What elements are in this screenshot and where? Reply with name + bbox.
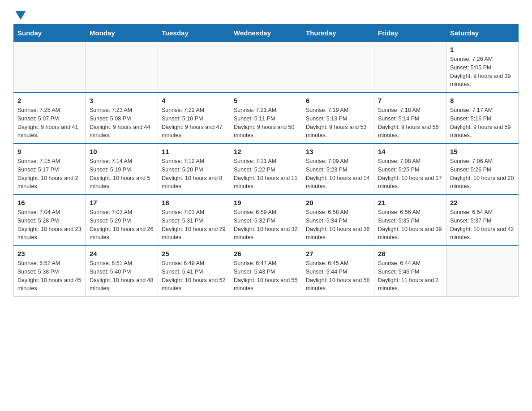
header-day-saturday: Saturday	[446, 25, 519, 42]
calendar-table: SundayMondayTuesdayWednesdayThursdayFrid…	[13, 24, 519, 297]
calendar-cell: 3Sunrise: 7:23 AMSunset: 5:08 PMDaylight…	[86, 93, 158, 144]
day-info: Sunrise: 7:04 AMSunset: 5:28 PMDaylight:…	[17, 208, 82, 242]
calendar-cell: 2Sunrise: 7:25 AMSunset: 5:07 PMDaylight…	[14, 93, 86, 144]
day-number: 24	[90, 250, 154, 257]
day-number: 13	[306, 148, 370, 155]
header-day-sunday: Sunday	[14, 25, 86, 42]
day-number: 28	[378, 250, 442, 257]
day-info: Sunrise: 7:21 AMSunset: 5:11 PMDaylight:…	[234, 106, 298, 140]
day-info: Sunrise: 6:51 AMSunset: 5:40 PMDaylight:…	[90, 259, 154, 293]
day-info: Sunrise: 6:47 AMSunset: 5:43 PMDaylight:…	[234, 259, 298, 293]
day-info: Sunrise: 7:15 AMSunset: 5:17 PMDaylight:…	[17, 157, 82, 191]
calendar-cell: 12Sunrise: 7:11 AMSunset: 5:22 PMDayligh…	[230, 144, 302, 195]
day-info: Sunrise: 7:18 AMSunset: 5:14 PMDaylight:…	[378, 106, 442, 140]
calendar-cell: 15Sunrise: 7:06 AMSunset: 5:26 PMDayligh…	[446, 144, 519, 195]
calendar-cell: 28Sunrise: 6:44 AMSunset: 5:46 PMDayligh…	[374, 246, 446, 297]
calendar-cell: 5Sunrise: 7:21 AMSunset: 5:11 PMDaylight…	[230, 93, 302, 144]
day-number: 10	[90, 148, 154, 155]
day-info: Sunrise: 7:03 AMSunset: 5:29 PMDaylight:…	[90, 208, 154, 242]
day-info: Sunrise: 6:44 AMSunset: 5:46 PMDaylight:…	[378, 259, 442, 293]
day-number: 12	[234, 148, 298, 155]
day-info: Sunrise: 7:22 AMSunset: 5:10 PMDaylight:…	[162, 106, 226, 140]
calendar-cell: 25Sunrise: 6:49 AMSunset: 5:41 PMDayligh…	[158, 246, 230, 297]
calendar-cell: 21Sunrise: 6:56 AMSunset: 5:35 PMDayligh…	[374, 195, 446, 246]
header-row: SundayMondayTuesdayWednesdayThursdayFrid…	[14, 25, 519, 42]
day-number: 20	[306, 199, 370, 206]
calendar-body: 1Sunrise: 7:26 AMSunset: 5:05 PMDaylight…	[14, 42, 519, 297]
calendar-cell: 14Sunrise: 7:08 AMSunset: 5:25 PMDayligh…	[374, 144, 446, 195]
week-row-1: 2Sunrise: 7:25 AMSunset: 5:07 PMDaylight…	[14, 93, 519, 144]
day-number: 5	[234, 97, 298, 104]
day-number: 1	[450, 46, 515, 53]
day-info: Sunrise: 6:52 AMSunset: 5:38 PMDaylight:…	[17, 259, 82, 293]
day-number: 26	[234, 250, 298, 257]
calendar-cell: 22Sunrise: 6:54 AMSunset: 5:37 PMDayligh…	[446, 195, 519, 246]
day-info: Sunrise: 6:54 AMSunset: 5:37 PMDaylight:…	[450, 208, 515, 242]
header-day-wednesday: Wednesday	[230, 25, 302, 42]
calendar-cell: 13Sunrise: 7:09 AMSunset: 5:23 PMDayligh…	[302, 144, 374, 195]
day-number: 9	[17, 148, 82, 155]
day-number: 4	[162, 97, 226, 104]
day-number: 16	[17, 199, 82, 206]
calendar-cell: 24Sunrise: 6:51 AMSunset: 5:40 PMDayligh…	[86, 246, 158, 297]
calendar-cell: 18Sunrise: 7:01 AMSunset: 5:31 PMDayligh…	[158, 195, 230, 246]
day-info: Sunrise: 6:58 AMSunset: 5:34 PMDaylight:…	[306, 208, 370, 242]
header-day-tuesday: Tuesday	[158, 25, 230, 42]
day-info: Sunrise: 6:45 AMSunset: 5:44 PMDaylight:…	[306, 259, 370, 293]
calendar-cell	[374, 42, 446, 93]
calendar-cell: 6Sunrise: 7:19 AMSunset: 5:13 PMDaylight…	[302, 93, 374, 144]
calendar-cell: 7Sunrise: 7:18 AMSunset: 5:14 PMDaylight…	[374, 93, 446, 144]
calendar-header: SundayMondayTuesdayWednesdayThursdayFrid…	[14, 25, 519, 42]
day-info: Sunrise: 7:25 AMSunset: 5:07 PMDaylight:…	[17, 106, 82, 140]
day-number: 17	[90, 199, 154, 206]
day-info: Sunrise: 7:14 AMSunset: 5:19 PMDaylight:…	[90, 157, 154, 191]
day-info: Sunrise: 6:56 AMSunset: 5:35 PMDaylight:…	[378, 208, 442, 242]
day-number: 8	[450, 97, 515, 104]
day-number: 22	[450, 199, 515, 206]
day-number: 11	[162, 148, 226, 155]
day-number: 23	[17, 250, 82, 257]
logo-triangle-icon	[15, 11, 26, 20]
calendar-cell: 23Sunrise: 6:52 AMSunset: 5:38 PMDayligh…	[14, 246, 86, 297]
day-number: 21	[378, 199, 442, 206]
day-info: Sunrise: 7:09 AMSunset: 5:23 PMDaylight:…	[306, 157, 370, 191]
calendar-cell: 1Sunrise: 7:26 AMSunset: 5:05 PMDaylight…	[446, 42, 519, 93]
calendar-cell	[86, 42, 158, 93]
day-number: 15	[450, 148, 515, 155]
day-info: Sunrise: 7:06 AMSunset: 5:26 PMDaylight:…	[450, 157, 515, 191]
week-row-0: 1Sunrise: 7:26 AMSunset: 5:05 PMDaylight…	[14, 42, 519, 93]
day-info: Sunrise: 6:49 AMSunset: 5:41 PMDaylight:…	[162, 259, 226, 293]
calendar-cell: 10Sunrise: 7:14 AMSunset: 5:19 PMDayligh…	[86, 144, 158, 195]
day-info: Sunrise: 7:08 AMSunset: 5:25 PMDaylight:…	[378, 157, 442, 191]
week-row-2: 9Sunrise: 7:15 AMSunset: 5:17 PMDaylight…	[14, 144, 519, 195]
calendar-cell	[302, 42, 374, 93]
calendar-cell: 20Sunrise: 6:58 AMSunset: 5:34 PMDayligh…	[302, 195, 374, 246]
logo	[13, 9, 26, 20]
calendar-cell: 26Sunrise: 6:47 AMSunset: 5:43 PMDayligh…	[230, 246, 302, 297]
day-number: 6	[306, 97, 370, 104]
calendar-cell	[158, 42, 230, 93]
header-day-friday: Friday	[374, 25, 446, 42]
day-number: 27	[306, 250, 370, 257]
calendar-cell: 4Sunrise: 7:22 AMSunset: 5:10 PMDaylight…	[158, 93, 230, 144]
day-info: Sunrise: 7:19 AMSunset: 5:13 PMDaylight:…	[306, 106, 370, 140]
day-number: 7	[378, 97, 442, 104]
calendar-cell: 19Sunrise: 6:59 AMSunset: 5:32 PMDayligh…	[230, 195, 302, 246]
day-number: 25	[162, 250, 226, 257]
day-number: 18	[162, 199, 226, 206]
day-info: Sunrise: 7:11 AMSunset: 5:22 PMDaylight:…	[234, 157, 298, 191]
calendar-cell	[446, 246, 519, 297]
day-info: Sunrise: 6:59 AMSunset: 5:32 PMDaylight:…	[234, 208, 298, 242]
calendar-cell	[14, 42, 86, 93]
calendar-cell: 16Sunrise: 7:04 AMSunset: 5:28 PMDayligh…	[14, 195, 86, 246]
day-number: 19	[234, 199, 298, 206]
day-info: Sunrise: 7:17 AMSunset: 5:16 PMDaylight:…	[450, 106, 515, 140]
day-number: 2	[17, 97, 82, 104]
calendar-cell: 11Sunrise: 7:12 AMSunset: 5:20 PMDayligh…	[158, 144, 230, 195]
week-row-3: 16Sunrise: 7:04 AMSunset: 5:28 PMDayligh…	[14, 195, 519, 246]
day-number: 3	[90, 97, 154, 104]
day-info: Sunrise: 7:26 AMSunset: 5:05 PMDaylight:…	[450, 55, 515, 89]
week-row-4: 23Sunrise: 6:52 AMSunset: 5:38 PMDayligh…	[14, 246, 519, 297]
day-info: Sunrise: 7:01 AMSunset: 5:31 PMDaylight:…	[162, 208, 226, 242]
day-number: 14	[378, 148, 442, 155]
